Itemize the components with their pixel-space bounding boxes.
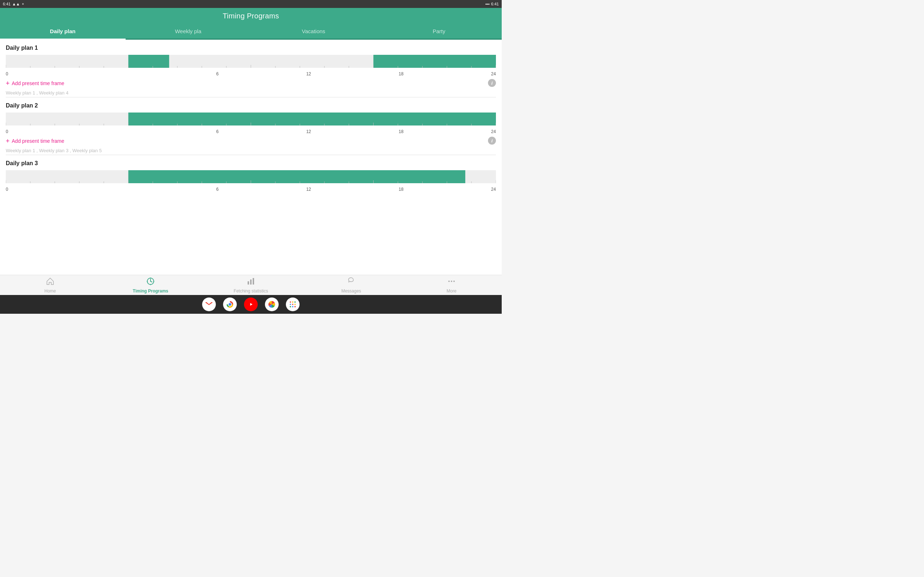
label-18: 18 <box>399 187 403 192</box>
wifi-icon: ⚬ <box>21 2 24 6</box>
label-0: 0 <box>6 129 8 134</box>
svg-point-78 <box>448 280 450 282</box>
plan-1-info-row: + Add present time frame i <box>6 78 496 88</box>
svg-rect-48 <box>129 170 465 183</box>
svg-point-72 <box>150 284 151 285</box>
svg-point-73 <box>147 280 148 282</box>
battery-time: 6:41 <box>491 2 499 6</box>
nav-timing[interactable]: Timing Programs <box>100 275 201 295</box>
plan-1-labels: 0 6 12 18 24 <box>6 71 496 76</box>
plan-2-info-row: + Add present time frame i <box>6 135 496 146</box>
plan-1-chart <box>6 55 496 71</box>
dock-chrome[interactable] <box>223 298 237 311</box>
svg-point-74 <box>153 280 155 282</box>
svg-rect-25 <box>129 113 496 126</box>
svg-point-84 <box>229 303 231 305</box>
app-header: Timing Programs <box>0 8 502 24</box>
nav-home-label: Home <box>44 288 56 293</box>
svg-rect-2 <box>373 55 496 68</box>
plan-section-3: Daily plan 3 <box>6 155 496 195</box>
add-timeframe-label-2: Add present time frame <box>12 138 65 144</box>
tab-bar: Daily plan Weekly pla Vacations Party <box>0 24 502 40</box>
plan-1-weekly-plans: Weekly plan 1 , Weekly plan 4 <box>6 90 496 95</box>
plus-icon: + <box>6 80 10 87</box>
svg-point-93 <box>290 306 291 308</box>
plan-1-add-timeframe[interactable]: + Add present time frame <box>6 80 64 87</box>
dock-gmail[interactable] <box>202 298 216 311</box>
svg-point-91 <box>292 304 294 305</box>
svg-point-89 <box>294 301 296 303</box>
home-icon <box>46 277 55 288</box>
plan-1-info-icon[interactable]: i <box>488 79 496 87</box>
label-6: 6 <box>216 129 219 134</box>
dock-youtube[interactable] <box>244 298 258 311</box>
svg-point-95 <box>294 306 296 308</box>
label-12: 12 <box>306 187 311 192</box>
plan-1-chart-svg <box>6 55 496 68</box>
plan-3-chart <box>6 170 496 186</box>
status-bar: 6:41 ▲▲ ⚬ ▪▪▪ 6:41 <box>0 0 502 8</box>
bottom-nav: Home Timing Programs Fetching statistics <box>0 275 502 295</box>
tab-party[interactable]: Party <box>376 24 502 39</box>
plan-section-1: Daily plan 1 <box>6 40 496 97</box>
plan-2-chart-svg <box>6 113 496 126</box>
tab-vacations[interactable]: Vacations <box>251 24 376 39</box>
nav-messages[interactable]: Messages <box>301 275 401 295</box>
label-18: 18 <box>399 71 403 76</box>
plus-icon-2: + <box>6 138 10 144</box>
nav-more[interactable]: More <box>401 275 502 295</box>
label-6: 6 <box>216 187 219 192</box>
label-0: 0 <box>6 71 8 76</box>
plan-2-add-timeframe[interactable]: + Add present time frame <box>6 138 64 144</box>
add-timeframe-label: Add present time frame <box>12 81 65 86</box>
timing-icon <box>146 277 155 288</box>
svg-point-94 <box>292 306 294 308</box>
plan-2-chart <box>6 113 496 128</box>
svg-point-80 <box>453 280 455 282</box>
label-12: 12 <box>306 129 311 134</box>
plan-3-title: Daily plan 3 <box>6 160 496 167</box>
label-0: 0 <box>6 187 8 192</box>
svg-rect-1 <box>129 55 169 68</box>
nav-stats-label: Fetching statistics <box>234 288 268 293</box>
more-icon <box>447 277 456 288</box>
nav-stats[interactable]: Fetching statistics <box>201 275 301 295</box>
svg-point-71 <box>150 277 151 279</box>
svg-rect-76 <box>250 279 252 285</box>
label-24: 24 <box>491 71 496 76</box>
nav-more-label: More <box>446 288 456 293</box>
plan-2-title: Daily plan 2 <box>6 102 496 109</box>
messages-icon <box>347 277 355 288</box>
dock-apps[interactable] <box>286 298 300 311</box>
android-dock <box>0 295 502 314</box>
plan-2-info-icon[interactable]: i <box>488 137 496 145</box>
plan-3-chart-svg <box>6 170 496 183</box>
status-time: 6:41 <box>3 2 10 6</box>
svg-point-90 <box>290 304 291 305</box>
tab-weekly[interactable]: Weekly pla <box>126 24 251 39</box>
label-12: 12 <box>306 71 311 76</box>
battery-icon: ▪▪▪ <box>485 2 490 6</box>
nav-timing-label: Timing Programs <box>133 288 168 293</box>
nav-messages-label: Messages <box>341 288 361 293</box>
label-24: 24 <box>491 187 496 192</box>
app-title: Timing Programs <box>223 12 279 20</box>
signal-icon: ▲▲ <box>12 2 20 6</box>
plan-2-weekly-plans: Weekly plan 1 , Weekly plan 3 , Weekly p… <box>6 148 496 153</box>
plan-2-labels: 0 6 12 18 24 <box>6 129 496 134</box>
dock-photos[interactable] <box>265 298 279 311</box>
tab-daily[interactable]: Daily plan <box>0 24 126 39</box>
plan-section-2: Daily plan 2 <box>6 97 496 155</box>
stats-icon <box>247 277 255 288</box>
svg-point-79 <box>451 280 452 282</box>
label-24: 24 <box>491 129 496 134</box>
label-18: 18 <box>399 129 403 134</box>
svg-point-88 <box>292 301 294 303</box>
nav-home[interactable]: Home <box>0 275 100 295</box>
svg-point-87 <box>290 301 291 303</box>
main-content: Daily plan 1 <box>0 40 502 275</box>
status-bar-left: 6:41 ▲▲ ⚬ <box>3 2 24 6</box>
plan-1-title: Daily plan 1 <box>6 45 496 51</box>
plan-3-labels: 0 6 12 18 24 <box>6 187 496 192</box>
label-6: 6 <box>216 71 219 76</box>
